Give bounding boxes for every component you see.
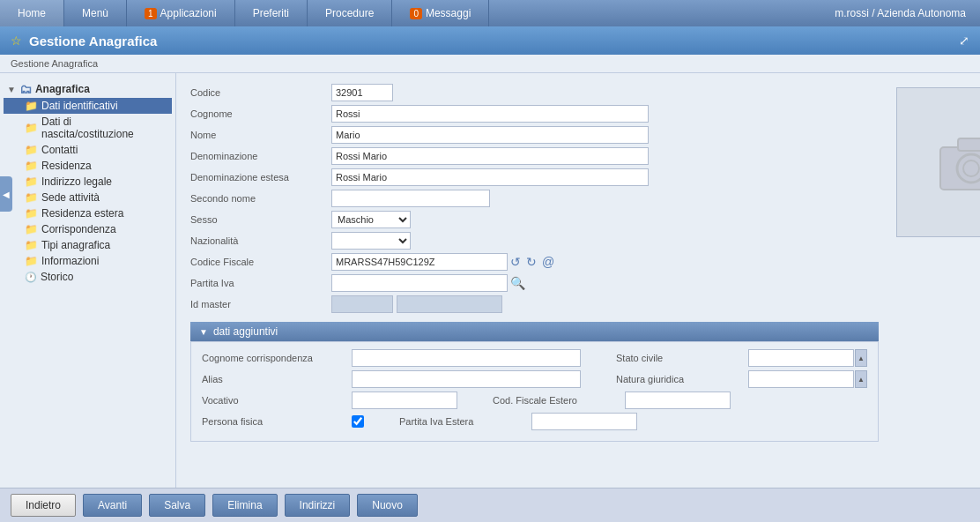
natura-giuridica-group: Natura giuridica ▲ [616,370,867,388]
sidebar-item-contatti[interactable]: 📁 Contatti [4,142,172,158]
sidebar-item-sede-attivita[interactable]: 📁 Sede attività [4,190,172,205]
folder-icon: 📁 [25,100,38,112]
sidebar-item-residenza[interactable]: 📁 Residenza [4,158,172,174]
denominazione-estesa-input[interactable] [331,168,649,186]
secondo-nome-input[interactable] [331,190,490,207]
content-panel: Codice Cognome Nome Denominazione Denomi [176,73,980,488]
partita-iva-label: Partita Iva [190,278,331,288]
sesso-row: Sesso Maschio Femmina [190,211,879,228]
denominazione-row: Denominazione [190,147,879,165]
form-fields: Codice Cognome Nome Denominazione Denomi [190,84,879,442]
elimina-button[interactable]: Elimina [212,494,277,517]
svg-rect-1 [958,138,980,151]
nome-row: Nome [190,126,879,144]
natura-giuridica-scroll-up[interactable]: ▲ [855,370,867,388]
nav-home[interactable]: Home [0,0,64,26]
alias-row: Alias Natura giuridica ▲ [202,370,867,388]
cf-search-button[interactable]: @ [539,255,557,269]
alias-input[interactable] [352,370,581,388]
sidebar-tree: ▼ 🗂 Anagrafica 📁 Dati identificativi 📁 D… [0,73,176,488]
cf-refresh2-button[interactable]: ↻ [523,255,539,269]
camera-icon [936,131,980,193]
partita-iva-estera-input[interactable] [531,413,637,430]
nav-user: m.rossi / Azienda Autonoma [835,0,980,26]
denominazione-label: Denominazione [190,151,331,161]
secondo-nome-row: Secondo nome [190,190,879,207]
avanti-button[interactable]: Avanti [83,494,142,517]
top-navigation: Home Menù 1 Applicazioni Preferiti Proce… [0,0,980,26]
denominazione-estesa-row: Denominazione estesa [190,168,879,186]
partita-iva-estera-label: Partita Iva Estera [399,416,531,427]
indietro-button[interactable]: Indietro [11,494,76,517]
nav-messaggi[interactable]: 0 Messaggi [392,0,489,26]
natura-giuridica-input[interactable] [748,370,854,388]
salva-button[interactable]: Salva [149,494,205,517]
folder-icon: 📁 [25,175,38,188]
codice-row: Codice [190,84,879,101]
denominazione-input[interactable] [331,147,649,165]
vocativo-input[interactable] [352,392,457,409]
nazionalita-row: Nazionalità [190,232,879,250]
section-arrow-icon: ▼ [199,327,208,337]
clock-icon: 🕐 [25,272,37,283]
natura-giuridica-label: Natura giuridica [616,374,748,384]
nazionalita-label: Nazionalità [190,235,331,246]
breadcrumb: Gestione Anagrafica [0,55,980,73]
persona-fisica-label: Persona fisica [202,416,352,427]
nav-procedure[interactable]: Procedure [308,0,392,26]
folder-icon: 📁 [25,223,38,235]
cod-fiscale-estero-input[interactable] [625,392,731,409]
sidebar-item-corrispondenza[interactable]: 📁 Corrispondenza [4,221,172,237]
nome-input[interactable] [331,126,649,144]
dati-aggiuntivi-header[interactable]: ▼ dati aggiuntivi [190,322,879,341]
nazionalita-select[interactable] [331,232,411,250]
cognome-corr-row: Cognome corrispondenza Stato civile ▲ [202,349,867,367]
sidebar-item-dati-nascita[interactable]: 📁 Dati di nascita/costituzione [4,114,172,142]
nav-apps[interactable]: 1 Applicazioni [127,0,235,26]
stato-civile-label: Stato civile [616,353,748,363]
alias-label: Alias [202,374,352,384]
favorite-star-icon[interactable]: ☆ [11,34,22,48]
photo-placeholder[interactable] [896,87,980,237]
stato-civile-input[interactable] [748,349,854,367]
vocativo-row: Vocativo Cod. Fiscale Estero [202,392,867,409]
sidebar-item-indirizzo-legale[interactable]: 📁 Indirizzo legale [4,174,172,190]
nuovo-button[interactable]: Nuovo [357,494,418,517]
folder-icon: 📁 [25,255,38,267]
nav-preferiti[interactable]: Preferiti [235,0,308,26]
codice-fiscale-row: Codice Fiscale ↺ ↻ @ [190,253,879,271]
stato-civile-scroll-up[interactable]: ▲ [855,349,867,367]
piva-search-button[interactable]: 🔍 [508,276,528,290]
cognome-row: Cognome [190,105,879,123]
id-master-label: Id master [190,299,331,309]
main-content: ▼ 🗂 Anagrafica 📁 Dati identificativi 📁 D… [0,73,980,488]
cf-refresh1-button[interactable]: ↺ [508,255,523,269]
partita-iva-group: 🔍 [331,274,528,292]
sidebar-item-residenza-estera[interactable]: 📁 Residenza estera [4,205,172,221]
cognome-input[interactable] [331,105,649,123]
messaggi-badge: 0 [410,8,422,19]
sesso-select[interactable]: Maschio Femmina [331,211,411,228]
folder-icon: 📁 [25,122,38,134]
codice-input[interactable] [331,84,393,101]
nav-menu[interactable]: Menù [64,0,127,26]
partita-iva-estera-group: Partita Iva Estera [399,413,637,430]
partita-iva-row: Partita Iva 🔍 [190,274,879,292]
cognome-corr-input[interactable] [352,349,581,367]
dati-aggiuntivi-section: Cognome corrispondenza Stato civile ▲ Al… [190,341,879,442]
persona-fisica-checkbox[interactable] [352,415,364,428]
sidebar-item-storico[interactable]: 🕐 Storico [4,269,172,285]
codice-fiscale-input[interactable] [331,253,508,271]
sidebar-item-informazioni[interactable]: 📁 Informazioni [4,253,172,269]
bottom-toolbar: Indietro Avanti Salva Elimina Indirizzi … [0,488,980,521]
folder-icon: 📁 [25,144,38,156]
persona-fisica-row: Persona fisica Partita Iva Estera [202,413,867,430]
window-title: Gestione Anagrafica [29,34,157,48]
partita-iva-input[interactable] [331,274,508,292]
sidebar-item-tipi-anagrafica[interactable]: 📁 Tipi anagrafica [4,237,172,253]
sidebar-item-dati-identificativi[interactable]: 📁 Dati identificativi [4,98,172,114]
indirizzi-button[interactable]: Indirizzi [285,494,351,517]
expand-icon[interactable]: ⤢ [959,34,969,48]
tree-root-anagrafica[interactable]: ▼ 🗂 Anagrafica [4,80,172,98]
sidebar-collapse-tab[interactable]: ◀ [0,176,12,212]
